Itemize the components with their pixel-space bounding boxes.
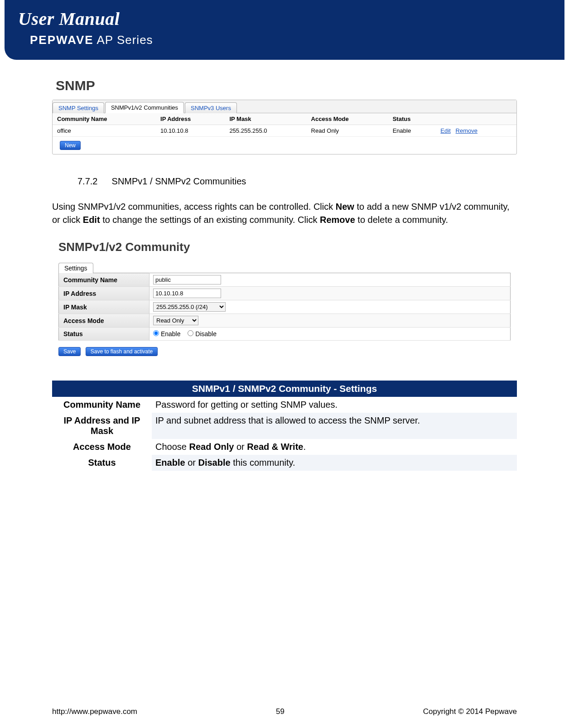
label-access-mode: Access Mode [59, 314, 149, 328]
def-val: Enable or Disable this community. [152, 455, 517, 471]
para-text: to delete a community. [355, 215, 448, 225]
label-ip-mask: IP Mask [59, 300, 149, 314]
access-mode-select[interactable]: Read Only [153, 316, 198, 325]
para-text: to change the settings of an existing co… [100, 215, 320, 225]
def-text: or [185, 458, 198, 468]
product-line: PEPWAVE AP Series [30, 33, 551, 47]
cell-actions: Edit Remove [436, 125, 516, 137]
def-val: IP and subnet address that is allowed to… [152, 413, 517, 439]
def-bold: Enable [155, 458, 185, 468]
save-button[interactable]: Save [58, 347, 81, 356]
series-name: AP Series [94, 33, 153, 47]
def-bold: Read & Write [247, 442, 303, 452]
community-name-input_field[interactable] [153, 275, 221, 284]
brand-name: PEPWAVE [30, 33, 94, 47]
page-number: 59 [276, 707, 284, 716]
status-disable-radio[interactable] [188, 330, 193, 336]
community-heading: SNMPv1/v2 Community [58, 240, 517, 254]
label-ip-address: IP Address [59, 287, 149, 300]
form-buttons: Save Save to flash and activate [58, 345, 511, 358]
para-bold-new: New [336, 202, 354, 212]
snmp-tabs: SNMP Settings SNMPv1/v2 Communities SNMP… [53, 100, 516, 113]
tab-snmp-communities[interactable]: SNMPv1/v2 Communities [105, 102, 184, 113]
table-header-row: Community Name IP Address IP Mask Access… [53, 113, 516, 125]
para-bold-edit: Edit [83, 215, 100, 225]
snmp-table: Community Name IP Address IP Mask Access… [53, 113, 516, 154]
def-key: IP Address and IP Mask [52, 413, 152, 439]
col-status: Status [388, 113, 436, 125]
def-bold: Read Only [189, 442, 234, 452]
remove-link[interactable]: Remove [456, 127, 477, 134]
para-text: Using SNMPv1/v2 communities, access righ… [52, 202, 336, 212]
def-key: Status [52, 455, 152, 471]
def-row: Access Mode Choose Read Only or Read & W… [52, 439, 517, 455]
page-footer: http://www.pepwave.com 59 Copyright © 20… [52, 707, 517, 716]
document-header: User Manual PEPWAVE AP Series [5, 0, 564, 60]
cell-mode: Read Only [307, 125, 388, 137]
new-button[interactable]: New [60, 141, 81, 150]
tab-snmp-v3-users[interactable]: SNMPv3 Users [185, 102, 237, 113]
def-key: Access Mode [52, 439, 152, 455]
def-val: Choose Read Only or Read & Write. [152, 439, 517, 455]
cell-status: Enable [388, 125, 436, 137]
def-row: Status Enable or Disable this community. [52, 455, 517, 471]
label-status: Status [59, 328, 149, 341]
def-text: this community. [231, 458, 295, 468]
section-paragraph: Using SNMPv1/v2 communities, access righ… [52, 200, 517, 227]
definitions-header: SNMPv1 / SNMPv2 Community - Settings [52, 381, 517, 397]
def-text: or [234, 442, 247, 452]
status-enable-radio[interactable] [153, 330, 159, 336]
col-access-mode: Access Mode [307, 113, 388, 125]
community-form: Settings Community Name IP Address IP Ma… [58, 262, 511, 358]
definitions-table: SNMPv1 / SNMPv2 Community - Settings Com… [52, 381, 517, 471]
edit-link[interactable]: Edit [440, 127, 450, 134]
snmp-panel: SNMP Settings SNMPv1/v2 Communities SNMP… [52, 100, 517, 154]
col-ip-address: IP Address [156, 113, 225, 125]
footer-url: http://www.pepwave.com [52, 707, 137, 716]
footer-copyright: Copyright © 2014 Pepwave [423, 707, 517, 716]
cell-ip: 10.10.10.8 [156, 125, 225, 137]
disable-text: Disable [195, 330, 217, 337]
section-heading: 7.7.2 SNMPv1 / SNMPv2 Communities [77, 176, 517, 187]
section-title: SNMPv1 / SNMPv2 Communities [112, 176, 246, 186]
snmp-heading: SNMP [56, 78, 517, 93]
def-val: Password for getting or setting SNMP val… [152, 397, 517, 413]
def-row: Community Name Password for getting or s… [52, 397, 517, 413]
save-activate-button[interactable]: Save to flash and activate [86, 347, 158, 356]
status-disable-label: Disable [188, 330, 217, 337]
col-community-name: Community Name [53, 113, 156, 125]
label-community-name: Community Name [59, 273, 149, 287]
section-number: 7.7.2 [77, 176, 109, 187]
table-row: office 10.10.10.8 255.255.255.0 Read Onl… [53, 125, 516, 137]
def-text: . [303, 442, 306, 452]
def-bold: Disable [198, 458, 230, 468]
col-actions [436, 113, 516, 125]
table-footer-row: New [53, 137, 516, 154]
tab-settings[interactable]: Settings [58, 263, 93, 273]
settings-table: Community Name IP Address IP Mask 255.25… [58, 273, 511, 341]
manual-title: User Manual [18, 8, 551, 29]
enable-text: Enable [161, 330, 181, 337]
tab-snmp-settings[interactable]: SNMP Settings [53, 102, 104, 113]
ip-address-field[interactable] [153, 289, 221, 298]
form-tabs: Settings [58, 262, 511, 273]
para-bold-remove: Remove [320, 215, 355, 225]
status-enable-label: Enable [153, 330, 182, 337]
def-row: IP Address and IP Mask IP and subnet add… [52, 413, 517, 439]
ip-mask-select[interactable]: 255.255.255.0 (/24) [153, 302, 226, 312]
def-key: Community Name [52, 397, 152, 413]
cell-mask: 255.255.255.0 [225, 125, 306, 137]
col-ip-mask: IP Mask [225, 113, 306, 125]
cell-name: office [53, 125, 156, 137]
def-text: Choose [155, 442, 189, 452]
